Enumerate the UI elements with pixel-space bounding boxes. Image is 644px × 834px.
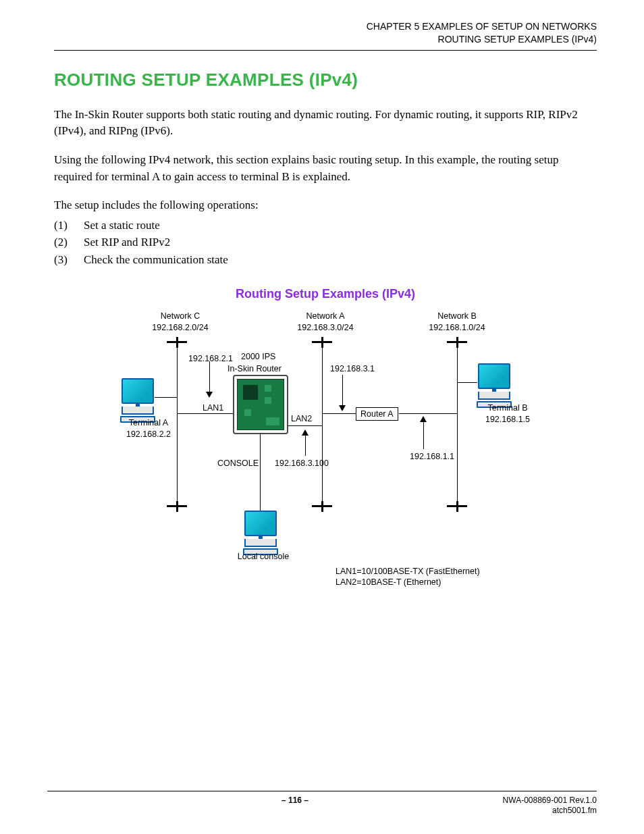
intro-paragraph-1: The In-Skin Router supports both static … <box>54 107 597 140</box>
router-a-box: Router A <box>356 407 398 421</box>
section-line: ROUTING SETUP EXAMPLES (IPv4) <box>54 33 597 46</box>
lan2-link <box>288 425 322 426</box>
lan2-ip-arrow-shaft <box>305 436 306 456</box>
terminal-b-label: Terminal B 192.168.1.5 <box>477 402 538 425</box>
in-skin-router-icon <box>233 375 288 434</box>
local-console-icon <box>242 511 279 555</box>
ips-model-label: 2000 IPS <box>241 351 275 362</box>
board-lan1-ip: 192.168.2.1 <box>188 353 233 364</box>
bus-tick <box>456 501 458 512</box>
list-item: (3)Check the communication state <box>54 251 597 269</box>
arrow-up-icon <box>420 416 427 422</box>
net-a-trunk <box>322 343 323 505</box>
lan2-label: LAN2 <box>291 413 312 424</box>
console-label: CONSOLE <box>217 458 259 469</box>
console-link <box>260 433 261 511</box>
router-a-if-a-ip: 192.168.3.1 <box>330 363 375 374</box>
arrow-down-icon <box>339 405 346 411</box>
term-b-link <box>457 382 477 383</box>
list-text: Set RIP and RIPv2 <box>84 234 170 251</box>
terminal-b-icon <box>476 363 512 408</box>
list-item: (2)Set RIP and RIPv2 <box>54 234 597 251</box>
router-a-left-link <box>322 413 356 414</box>
lan1-label: LAN1 <box>203 402 223 413</box>
diagram-title: Routing Setup Examples (IPv4) <box>54 287 597 301</box>
list-item: (1)Set a static route <box>54 217 597 234</box>
running-header: CHAPTER 5 EXAMPLES OF SETUP ON NETWORKS … <box>54 20 597 46</box>
operations-list: (1)Set a static route (2)Set RIP and RIP… <box>54 217 597 269</box>
intro-paragraph-2: Using the following IPv4 network, this s… <box>54 152 597 185</box>
ops-lead-in: The setup includes the following operati… <box>54 197 597 214</box>
board-name-label: In-Skin Router <box>227 363 281 374</box>
legend-lan2: LAN2=10BASE-T (Ethernet) <box>336 577 441 588</box>
page-footer: – 116 – NWA-008869-001 Rev.1.0 atch5001.… <box>47 791 597 816</box>
bus-tick <box>321 501 323 512</box>
term-a-link <box>155 397 177 398</box>
header-rule <box>54 50 597 51</box>
net-b-label: Network B 192.168.1.0/24 <box>417 311 498 333</box>
list-text: Set a static route <box>84 217 160 234</box>
section-title: ROUTING SETUP EXAMPLES (IPv4) <box>54 70 597 90</box>
list-number: (3) <box>54 251 74 269</box>
arrow-down-icon <box>206 392 213 398</box>
net-b-trunk <box>457 343 458 505</box>
list-number: (1) <box>54 217 74 234</box>
doc-meta: NWA-008869-001 Rev.1.0 atch5001.fm <box>462 796 597 816</box>
router-a-if-b-ip: 192.168.1.1 <box>410 451 454 462</box>
bus-tick <box>176 501 178 512</box>
arrow-up-icon <box>302 429 308 436</box>
router-a-ifb-shaft <box>423 422 424 449</box>
local-console-label: Local console <box>226 551 300 562</box>
net-a-label: Network A 192.168.3.0/24 <box>285 311 366 333</box>
chapter-line: CHAPTER 5 EXAMPLES OF SETUP ON NETWORKS <box>54 20 597 33</box>
board-lan2-ip: 192.168.3.100 <box>275 458 329 469</box>
router-a-right-link <box>399 413 457 414</box>
list-text: Check the communication state <box>84 251 228 269</box>
page-number: – 116 – <box>128 796 462 805</box>
terminal-a-icon <box>119 378 156 423</box>
net-c-label: Network C 192.168.2.0/24 <box>140 311 221 333</box>
terminal-a-label: Terminal A 192.168.2.2 <box>111 417 186 440</box>
legend-lan1: LAN1=10/100BASE-TX (FastEthernet) <box>336 566 480 577</box>
router-a-ifa-shaft <box>342 375 343 407</box>
lan1-ip-arrow-shaft <box>209 361 210 394</box>
network-diagram: Network C 192.168.2.0/24 Network A 192.1… <box>119 311 531 601</box>
list-number: (2) <box>54 234 74 251</box>
